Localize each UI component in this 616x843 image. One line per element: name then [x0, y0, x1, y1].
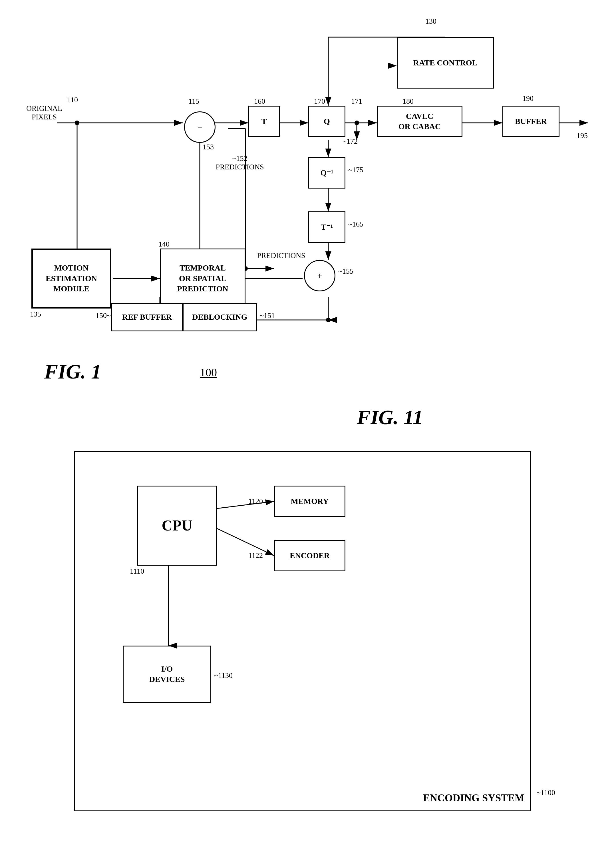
ref-1122: 1122 — [248, 551, 263, 560]
ref-135: 135 — [30, 310, 41, 319]
original-pixels-label: ORIGINALPIXELS — [17, 104, 71, 121]
q-block: Q — [308, 106, 345, 137]
ref-165: ~165 — [348, 220, 364, 228]
ref-190: 190 — [522, 94, 534, 103]
t-inv-box: T⁻¹ — [308, 211, 345, 243]
fig1-label: FIG. 1 — [44, 360, 101, 384]
svg-point-5 — [75, 121, 79, 125]
t-block: T — [248, 106, 280, 137]
ref-115: 115 — [188, 97, 199, 106]
ref-172: ~172 — [343, 137, 358, 146]
memory-box: MEMORY — [274, 485, 345, 517]
ref-1110: 1110 — [130, 567, 144, 575]
ref-195: 195 — [576, 131, 588, 140]
q-inv-box: Q⁻¹ — [308, 157, 345, 188]
motion-estimation-box: MOTIONESTIMATIONMODULE — [31, 249, 111, 309]
svg-point-25 — [326, 318, 330, 322]
rate-control-box: RATE CONTROL — [397, 37, 494, 88]
encoding-system-label: ENCODING SYSTEM — [423, 791, 524, 805]
ref-160: 160 — [254, 97, 265, 106]
fig11-label: FIG. 11 — [357, 406, 423, 430]
ref-180: 180 — [402, 97, 414, 106]
svg-point-35 — [355, 121, 359, 125]
ref-1130: ~1130 — [214, 671, 233, 680]
ref-170: 170 — [314, 97, 325, 106]
ref-175: ~175 — [348, 166, 364, 174]
ref-110: 110 — [67, 96, 78, 104]
encoder-box: ENCODER — [274, 540, 345, 571]
io-devices-box: I/ODEVICES — [123, 646, 211, 703]
ref-155: ~155 — [338, 267, 353, 276]
ref-140: 140 — [158, 240, 170, 249]
temporal-spatial-box: TEMPORALOR SPATIALPREDICTION — [160, 249, 245, 309]
cpu-box: CPU — [137, 485, 217, 566]
ref-130: 130 — [425, 17, 436, 26]
deblocking-box: DEBLOCKING — [183, 303, 257, 331]
cavlc-box: CAVLCOR CABAC — [377, 106, 462, 137]
predictions-top-label: ~152PREDICTIONS — [211, 154, 268, 171]
fig1-number: 100 — [200, 366, 217, 379]
subtract-circle: − — [184, 112, 216, 143]
ref-1100: ~1100 — [537, 789, 555, 797]
ref-171: 171 — [351, 97, 362, 106]
add-circle: + — [304, 260, 335, 291]
ref-buffer-box: REF BUFFER — [111, 303, 183, 331]
ref-151: ~151 — [260, 311, 275, 320]
ref-150: 150~ — [95, 311, 111, 320]
buffer-box: BUFFER — [502, 106, 559, 137]
ref-1120: 1120 — [248, 497, 263, 506]
predictions-mid-label: PREDICTIONS — [257, 252, 305, 260]
ref-153: 153 — [203, 143, 214, 152]
